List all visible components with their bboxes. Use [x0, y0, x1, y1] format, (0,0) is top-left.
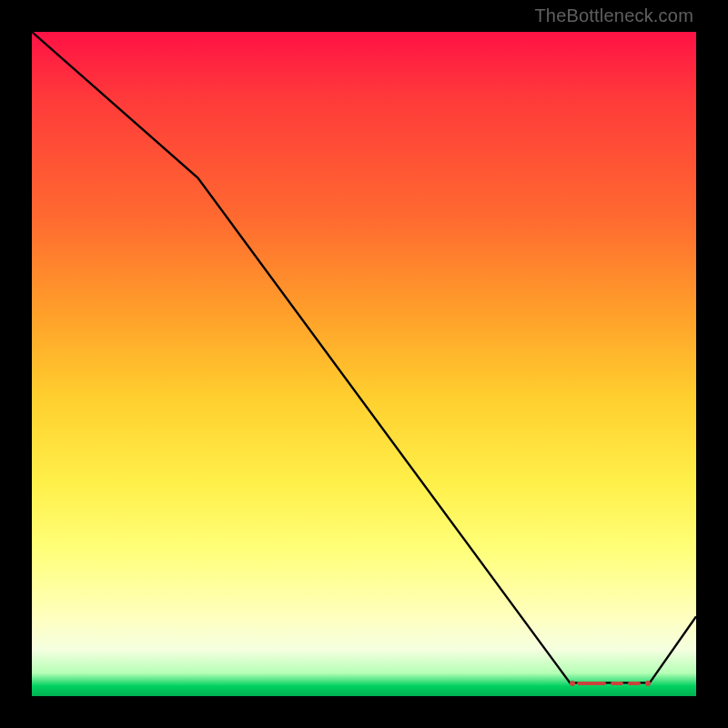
- plot-area: [32, 32, 696, 696]
- curve-path: [32, 32, 696, 682]
- attribution-label: TheBottleneck.com: [534, 5, 693, 26]
- chart-frame: TheBottleneck.com: [0, 0, 728, 728]
- line-chart: [32, 32, 696, 696]
